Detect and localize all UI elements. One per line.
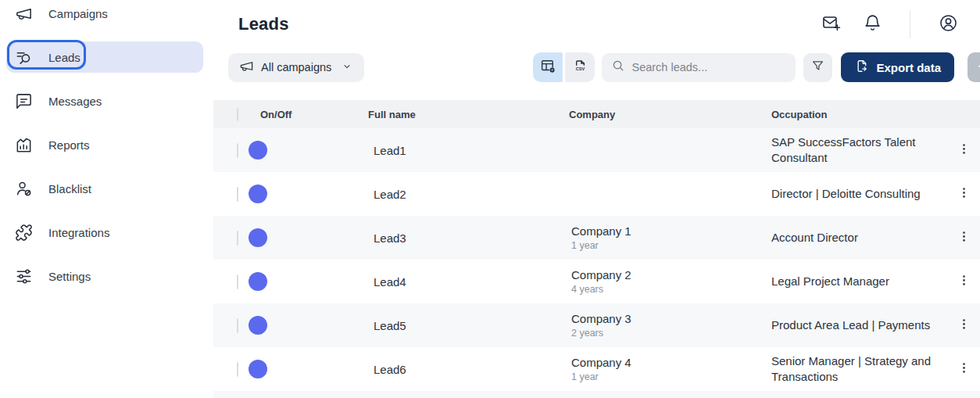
lead-company: Company 4 1 year [569, 356, 771, 382]
sidebar-item-label: Blacklist [48, 182, 91, 195]
column-settings-toggle[interactable] [533, 52, 563, 82]
table-row: Lead3 Company 1 1 year Account Director [213, 216, 980, 260]
notifications-button[interactable] [862, 14, 882, 34]
topbar-actions [821, 10, 958, 38]
export-data-button[interactable]: Export data [841, 52, 954, 82]
lead-company: Company 1 1 year [569, 224, 771, 251]
new-message-button[interactable] [821, 14, 841, 34]
lead-name: Lead3 [368, 231, 569, 245]
puzzle-icon [15, 224, 33, 242]
company-tenure: 2 years [571, 328, 771, 339]
company-name: Company 3 [571, 312, 771, 325]
row-menu-button[interactable] [953, 314, 976, 337]
row-checkbox[interactable] [237, 231, 238, 246]
sidebar-item-settings[interactable]: Settings [6, 260, 203, 292]
csv-view-toggle[interactable]: CSV [565, 52, 595, 82]
kebab-menu-icon [957, 142, 971, 159]
column-header-occupation: Occupation [771, 109, 948, 120]
lead-name: Lead4 [368, 275, 569, 289]
lead-company: Company 3 2 years [569, 312, 771, 339]
sidebar-item-label: Settings [48, 270, 91, 283]
toolbar: All campaigns CSV [213, 52, 980, 82]
lead-name: Lead5 [368, 319, 569, 332]
leads-table: On/Off Full name Company Occupation Lead… [213, 100, 980, 398]
table-row: Lead6 Company 4 1 year Senior Manager | … [213, 347, 980, 391]
row-menu-button[interactable] [953, 138, 976, 162]
sidebar-nav: Campaigns Leads Messages Reports Blackli… [0, 0, 213, 292]
company-name: Company 1 [571, 224, 771, 238]
bell-icon [863, 13, 882, 35]
search-box [602, 53, 796, 82]
lead-search-icon [15, 48, 33, 66]
row-menu-button[interactable] [953, 182, 976, 206]
row-menu-button[interactable] [953, 357, 976, 381]
lead-occupation: Director | Deloitte Consulting [771, 186, 948, 202]
search-input[interactable] [631, 61, 786, 74]
lead-occupation: Product Area Lead | Payments [771, 317, 948, 333]
lead-name: Lead2 [368, 188, 569, 201]
campaign-filter-dropdown[interactable]: All campaigns [228, 53, 364, 82]
table-row: Lead4 Company 2 4 years Legal Project Ma… [213, 260, 980, 303]
row-checkbox[interactable] [237, 318, 238, 333]
row-menu-button[interactable] [953, 226, 976, 249]
toolbar-right: CSV Export data [533, 52, 980, 82]
megaphone-icon [239, 59, 254, 76]
lead-occupation: Legal Project Manager [771, 274, 948, 289]
sidebar: Campaigns Leads Messages Reports Blackli… [0, 0, 213, 398]
table-settings-icon [540, 58, 556, 77]
funnel-icon [810, 59, 825, 76]
add-button[interactable] [967, 52, 980, 82]
row-checkbox[interactable] [237, 187, 238, 202]
column-header-onoff: On/Off [260, 109, 368, 120]
lead-company [569, 193, 771, 195]
row-checkbox[interactable] [237, 362, 238, 377]
lead-name: Lead6 [368, 363, 569, 376]
topbar: Leads [213, 0, 980, 48]
column-header-fullname: Full name [368, 109, 569, 120]
chevron-down-icon [338, 60, 353, 75]
kebab-menu-icon [957, 360, 971, 378]
divider [910, 10, 910, 38]
export-data-label: Export data [876, 61, 941, 74]
sidebar-item-leads[interactable]: Leads [6, 41, 203, 73]
next-row-edge [213, 391, 980, 398]
lead-occupation: SAP SuccessFactors Talent Consultant [771, 134, 948, 166]
kebab-menu-icon [957, 273, 971, 290]
sidebar-item-label: Campaigns [48, 7, 108, 20]
csv-file-icon: CSV [572, 58, 588, 77]
page-title: Leads [238, 14, 289, 34]
sidebar-item-campaigns[interactable]: Campaigns [6, 0, 203, 29]
filter-button[interactable] [803, 53, 832, 82]
lead-occupation: Senior Manager | Strategy and Transactio… [771, 353, 948, 385]
sidebar-item-label: Reports [48, 138, 90, 152]
chat-bubble-icon [15, 92, 33, 110]
campaign-filter-label: All campaigns [261, 61, 331, 74]
account-button[interactable] [938, 14, 958, 34]
search-icon [611, 59, 625, 76]
sidebar-item-label: Leads [48, 51, 80, 64]
row-checkbox[interactable] [237, 274, 238, 289]
company-tenure: 1 year [571, 371, 771, 382]
table-body: Lead1 SAP SuccessFactors Talent Consulta… [213, 128, 980, 391]
row-checkbox[interactable] [237, 143, 238, 158]
export-file-icon [854, 59, 869, 76]
lead-company: Company 2 4 years [569, 268, 771, 295]
sidebar-item-label: Integrations [48, 226, 109, 239]
row-menu-button[interactable] [953, 270, 976, 293]
sidebar-item-blacklist[interactable]: Blacklist [6, 173, 203, 204]
company-tenure: 1 year [571, 240, 771, 251]
sidebar-item-reports[interactable]: Reports [6, 129, 203, 160]
app-root: Campaigns Leads Messages Reports Blackli… [0, 0, 980, 398]
sliders-icon [15, 267, 33, 285]
sidebar-item-integrations[interactable]: Integrations [6, 217, 203, 248]
main-content: Leads All campaigns [213, 0, 980, 398]
sidebar-item-messages[interactable]: Messages [6, 85, 203, 117]
mail-plus-icon [821, 13, 841, 35]
svg-text:CSV: CSV [576, 66, 585, 71]
table-header-row: On/Off Full name Company Occupation [213, 100, 980, 128]
select-all-checkbox[interactable] [237, 108, 238, 121]
company-tenure: 4 years [571, 284, 771, 295]
company-name: Company 4 [571, 356, 771, 369]
table-row: Lead2 Director | Deloitte Consulting [213, 172, 980, 216]
plus-icon [975, 58, 980, 77]
